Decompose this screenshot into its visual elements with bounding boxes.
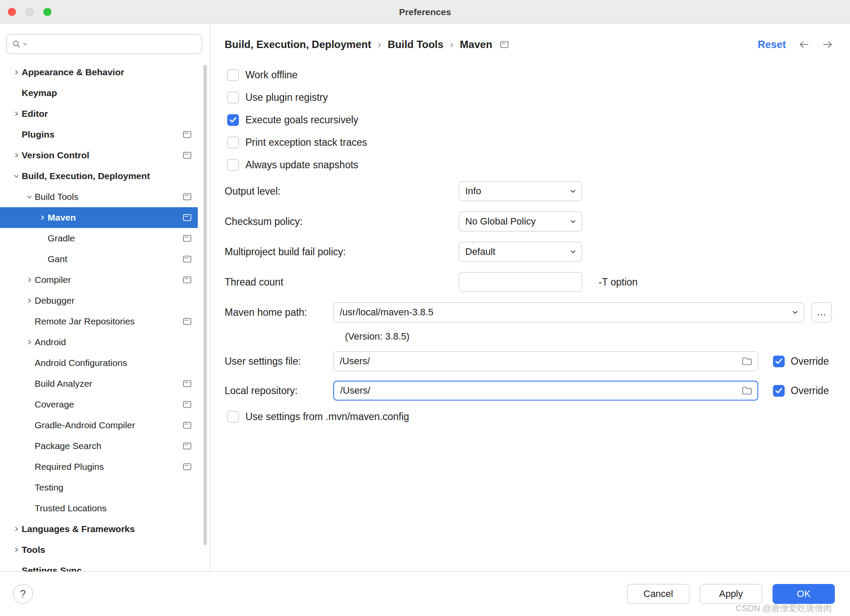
apply-button[interactable]: Apply <box>700 584 762 604</box>
fail-policy-row: Multiproject build fail policy: Default <box>225 242 850 262</box>
fail-policy-select[interactable]: Default <box>459 242 582 262</box>
sidebar-item-plugins[interactable]: Plugins <box>0 124 198 145</box>
sidebar-item-coverage[interactable]: Coverage <box>0 394 198 415</box>
always-update-snapshots-checkbox[interactable] <box>227 159 239 171</box>
sidebar-item-build-tools[interactable]: Build Tools <box>0 186 198 207</box>
sidebar-item-gradle[interactable]: Gradle <box>0 228 198 249</box>
sidebar-item-maven[interactable]: Maven <box>0 207 198 228</box>
thread-count-row: Thread count -T option <box>225 272 850 292</box>
checksum-policy-row: Checksum policy: No Global Policy <box>225 212 850 231</box>
titlebar: Preferences <box>0 0 850 24</box>
search-input[interactable] <box>29 39 196 49</box>
search-box[interactable] <box>6 34 202 54</box>
sidebar-item-label: Build Analyzer <box>35 379 92 389</box>
sidebar-item-appearance-behavior[interactable]: Appearance & Behavior <box>0 62 198 83</box>
sidebar-item-languages-frameworks[interactable]: Languages & Frameworks <box>0 519 198 539</box>
sidebar-item-label: Android Configurations <box>35 358 127 368</box>
user-settings-input[interactable] <box>333 351 758 371</box>
sidebar-item-required-plugins[interactable]: Required Plugins <box>0 456 198 477</box>
sidebar-item-settings-sync[interactable]: Settings Sync <box>0 560 198 571</box>
sidebar-item-package-search[interactable]: Package Search <box>0 436 198 456</box>
execute-goals-recursively-checkbox[interactable] <box>227 114 239 126</box>
close-button[interactable] <box>8 8 16 16</box>
output-level-select[interactable]: Info <box>459 181 582 201</box>
maven-home-combo[interactable]: /usr/local/maven-3.8.5 <box>333 302 804 322</box>
user-settings-label: User settings file: <box>225 356 301 367</box>
chevron-spacer <box>24 420 35 430</box>
chevron-down-icon[interactable] <box>11 171 22 181</box>
sidebar-item-label: Debugger <box>35 295 74 306</box>
override-checkbox[interactable] <box>773 385 785 397</box>
sidebar-item-label: Trusted Locations <box>35 503 106 513</box>
chevron-down-icon[interactable] <box>24 192 35 202</box>
cancel-button[interactable]: Cancel <box>627 584 689 604</box>
local-repository-label: Local repository: <box>225 385 298 396</box>
chevron-right-icon[interactable] <box>37 212 48 223</box>
sidebar-item-editor[interactable]: Editor <box>0 103 198 124</box>
breadcrumb-item-build-tools[interactable]: Build Tools <box>388 38 444 51</box>
sidebar-item-label: Plugins <box>22 129 55 140</box>
sidebar-item-testing[interactable]: Testing <box>0 477 198 498</box>
sidebar-item-label: Maven <box>48 212 76 223</box>
sidebar-item-build-analyzer[interactable]: Build Analyzer <box>0 373 198 394</box>
folder-icon[interactable] <box>742 386 752 395</box>
sidebar-scrollbar[interactable] <box>203 65 207 545</box>
sidebar-item-label: Keymap <box>22 88 57 98</box>
chevron-right-icon[interactable] <box>11 67 22 77</box>
ok-button[interactable]: OK <box>773 584 835 604</box>
chevron-right-icon[interactable] <box>11 545 22 555</box>
local-repository-override: Override <box>773 381 829 401</box>
folder-icon[interactable] <box>742 357 752 366</box>
reset-link[interactable]: Reset <box>758 38 786 51</box>
breadcrumb-item-maven: Maven <box>460 38 493 51</box>
chevron-spacer <box>24 399 35 410</box>
chevron-right-icon[interactable] <box>11 150 22 160</box>
search-history-caret-icon[interactable] <box>23 42 27 46</box>
chevron-down-icon[interactable] <box>792 309 798 316</box>
back-arrow-icon[interactable] <box>798 40 810 49</box>
chevron-down-icon <box>570 218 576 225</box>
chevron-right-icon[interactable] <box>11 524 22 534</box>
zoom-button[interactable] <box>43 8 52 16</box>
sidebar-item-tools[interactable]: Tools <box>0 539 198 560</box>
sidebar-item-trusted-locations[interactable]: Trusted Locations <box>0 498 198 519</box>
settings-page-icon <box>183 421 192 429</box>
chevron-right-icon[interactable] <box>24 337 35 347</box>
thread-count-input[interactable] <box>459 272 582 292</box>
sidebar-item-build-execution-deployment[interactable]: Build, Execution, Deployment <box>0 166 198 186</box>
print-exception-stack-traces-checkbox[interactable] <box>227 137 239 148</box>
option-row-use-plugin-registry: Use plugin registry <box>227 86 367 109</box>
sidebar-item-compiler[interactable]: Compiler <box>0 270 198 290</box>
local-repository-input[interactable] <box>333 381 758 401</box>
chevron-right-icon[interactable] <box>24 275 35 285</box>
sidebar-item-label: Editor <box>22 109 48 119</box>
sidebar-item-remote-jar-repositories[interactable]: Remote Jar Repositories <box>0 311 198 332</box>
work-offline-checkbox[interactable] <box>227 69 239 81</box>
minimize-button[interactable] <box>26 8 34 16</box>
checksum-policy-select[interactable]: No Global Policy <box>459 212 582 231</box>
output-level-value: Info <box>465 186 481 197</box>
sidebar-item-debugger[interactable]: Debugger <box>0 290 198 311</box>
help-button[interactable]: ? <box>13 584 33 604</box>
chevron-right-icon[interactable] <box>24 295 35 306</box>
maven-home-browse-button[interactable]: ... <box>811 302 832 322</box>
settings-sidebar: Appearance & BehaviorKeymapEditorPlugins… <box>0 24 210 571</box>
sidebar-item-gant[interactable]: Gant <box>0 249 198 270</box>
chevron-spacer <box>24 503 35 513</box>
sidebar-item-keymap[interactable]: Keymap <box>0 83 198 103</box>
settings-page-icon <box>183 151 192 159</box>
settings-page-icon <box>183 193 192 201</box>
chevron-spacer <box>11 565 22 571</box>
use-plugin-registry-checkbox[interactable] <box>227 92 239 103</box>
breadcrumb-item-build-execution-deployment[interactable]: Build, Execution, Deployment <box>225 38 371 51</box>
sidebar-item-version-control[interactable]: Version Control <box>0 145 198 166</box>
chevron-right-icon[interactable] <box>11 109 22 119</box>
sidebar-item-gradle-android-compiler[interactable]: Gradle-Android Compiler <box>0 415 198 436</box>
override-checkbox[interactable] <box>773 356 785 367</box>
sidebar-item-label: Gradle <box>48 233 75 244</box>
maven-config-checkbox[interactable] <box>227 411 239 423</box>
sidebar-item-android-configurations[interactable]: Android Configurations <box>0 353 198 373</box>
forward-arrow-icon[interactable] <box>822 40 834 49</box>
sidebar-item-android[interactable]: Android <box>0 332 198 353</box>
footer-buttons: Cancel Apply OK <box>627 584 835 604</box>
